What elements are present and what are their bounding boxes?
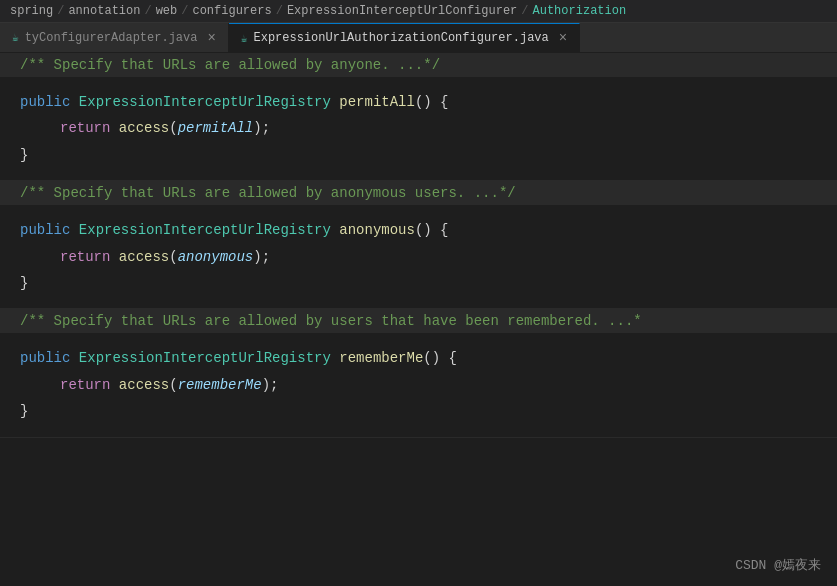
type-registry: ExpressionInterceptUrlRegistry	[79, 347, 331, 369]
code-line: return access(permitAll);	[20, 115, 817, 141]
code-line: return access(anonymous);	[20, 244, 817, 270]
breadcrumb-sep: /	[144, 4, 151, 18]
param-anonymous: anonymous	[178, 246, 254, 268]
code-line: }	[20, 142, 817, 168]
param-remember-me: rememberMe	[178, 374, 262, 396]
keyword-return: return	[60, 117, 110, 139]
method-anonymous: anonymous	[339, 219, 415, 241]
code-line: public ExpressionInterceptUrlRegistry re…	[20, 345, 817, 371]
code-line: public ExpressionInterceptUrlRegistry pe…	[20, 89, 817, 115]
comment-line-3: /** Specify that URLs are allowed by use…	[0, 309, 837, 333]
method-access: access	[119, 246, 169, 268]
tab-expression-url-auth-configurer[interactable]: ☕ ExpressionUrlAuthorizationConfigurer.j…	[229, 23, 580, 52]
closing-brace: }	[20, 144, 28, 166]
watermark-text: CSDN @嫣夜来	[735, 558, 821, 573]
punctuation: () {	[415, 219, 449, 241]
close-tab-icon[interactable]: ×	[559, 30, 567, 46]
param-permit-all: permitAll	[178, 117, 254, 139]
breadcrumb-sep: /	[521, 4, 528, 18]
tab-bar: ☕ tyConfigurerAdapter.java × ☕ Expressio…	[0, 23, 837, 53]
breadcrumb-item: web	[156, 4, 178, 18]
punctuation: (	[169, 246, 177, 268]
breadcrumb: spring / annotation / web / configurers …	[0, 0, 837, 23]
keyword-public: public	[20, 219, 70, 241]
closing-brace: }	[20, 400, 28, 422]
breadcrumb-item-active: Authorization	[533, 4, 627, 18]
code-block-anonymous: public ExpressionInterceptUrlRegistry an…	[0, 205, 837, 309]
code-line: }	[20, 270, 817, 296]
comment-line-2: /** Specify that URLs are allowed by ano…	[0, 181, 837, 205]
code-block-remember-me: public ExpressionInterceptUrlRegistry re…	[0, 333, 837, 437]
breadcrumb-item: configurers	[192, 4, 271, 18]
method-access: access	[119, 374, 169, 396]
punctuation: );	[253, 117, 270, 139]
tab-label: tyConfigurerAdapter.java	[25, 31, 198, 45]
method-remember-me: rememberMe	[339, 347, 423, 369]
breadcrumb-sep: /	[181, 4, 188, 18]
closing-brace: }	[20, 272, 28, 294]
java-file-icon: ☕	[12, 31, 19, 44]
code-block-permit-all: public ExpressionInterceptUrlRegistry pe…	[0, 77, 837, 181]
punctuation: );	[262, 374, 279, 396]
keyword-return: return	[60, 374, 110, 396]
keyword-return: return	[60, 246, 110, 268]
breadcrumb-item: annotation	[68, 4, 140, 18]
keyword-public: public	[20, 347, 70, 369]
breadcrumb-sep: /	[57, 4, 64, 18]
type-registry: ExpressionInterceptUrlRegistry	[79, 219, 331, 241]
comment-line-1: /** Specify that URLs are allowed by any…	[0, 53, 837, 77]
watermark: CSDN @嫣夜来	[735, 556, 821, 574]
breadcrumb-item: spring	[10, 4, 53, 18]
punctuation: (	[169, 117, 177, 139]
code-editor: /** Specify that URLs are allowed by any…	[0, 53, 837, 438]
code-line: public ExpressionInterceptUrlRegistry an…	[20, 217, 817, 243]
java-file-icon: ☕	[241, 32, 248, 45]
keyword-public: public	[20, 91, 70, 113]
method-permit-all: permitAll	[339, 91, 415, 113]
punctuation: (	[169, 374, 177, 396]
punctuation: );	[253, 246, 270, 268]
method-access: access	[119, 117, 169, 139]
breadcrumb-sep: /	[276, 4, 283, 18]
tab-configurer-adapter[interactable]: ☕ tyConfigurerAdapter.java ×	[0, 23, 229, 52]
punctuation: () {	[415, 91, 449, 113]
punctuation: () {	[423, 347, 457, 369]
type-registry: ExpressionInterceptUrlRegistry	[79, 91, 331, 113]
tab-label: ExpressionUrlAuthorizationConfigurer.jav…	[253, 31, 548, 45]
close-tab-icon[interactable]: ×	[207, 30, 215, 46]
breadcrumb-item: ExpressionInterceptUrlConfigurer	[287, 4, 517, 18]
code-line: return access(rememberMe);	[20, 372, 817, 398]
code-line: }	[20, 398, 817, 424]
